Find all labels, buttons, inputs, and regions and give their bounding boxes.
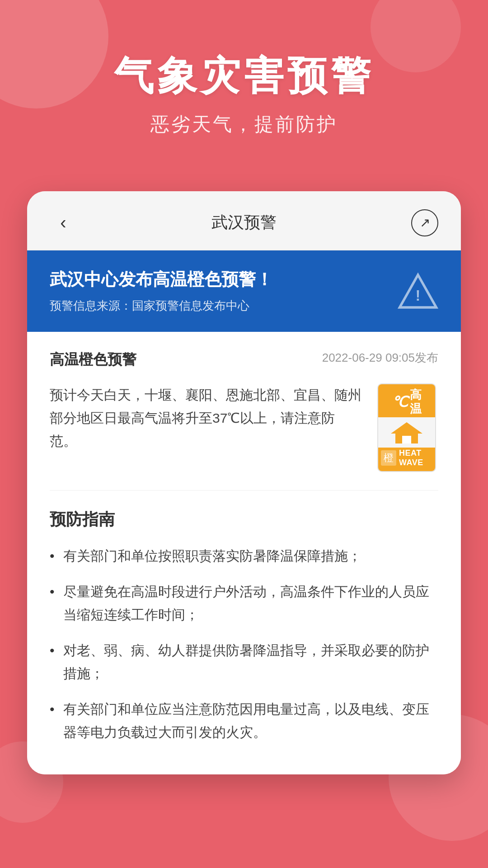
badge-inner: ℃ 高温 橙 HEAT WAVE [377,383,436,472]
card-body: 高温橙色预警 2022-06-29 09:05发布 预计今天白天，十堰、襄阳、恩… [27,332,461,774]
prevention-title: 预防指南 [50,509,438,531]
main-title: 气象灾害预警 [27,54,461,98]
alert-source: 预警信息来源：国家预警信息发布中心 [50,298,389,314]
card-header: ‹ 武汉预警 ↗ [27,191,461,250]
back-button[interactable]: ‹ [50,212,77,233]
alert-content-text: 预计今天白天，十堰、襄阳、恩施北部、宜昌、随州部分地区日最高气温将升至37℃以上… [50,383,361,453]
share-button[interactable]: ↗ [411,209,438,236]
svg-text:!: ! [416,288,421,304]
list-item: 有关部门和单位应当注意防范因用电量过高，以及电线、变压器等电力负载过大而引发的火… [50,698,438,744]
heat-wave-badge: ℃ 高温 橙 HEAT WAVE [375,383,438,472]
alert-banner-title: 武汉中心发布高温橙色预警！ [50,269,389,291]
card-nav-title: 武汉预警 [211,212,277,234]
alert-content-row: 预计今天白天，十堰、襄阳、恩施北部、宜昌、随州部分地区日最高气温将升至37℃以上… [50,383,438,490]
alert-banner: 武汉中心发布高温橙色预警！ 预警信息来源：国家预警信息发布中心 ! [27,250,461,332]
list-item: 有关部门和单位按照职责落实防暑降温保障措施； [50,544,438,567]
alert-banner-content: 武汉中心发布高温橙色预警！ 预警信息来源：国家预警信息发布中心 [50,269,389,314]
svg-rect-3 [402,436,411,443]
badge-house-row [378,417,435,448]
sub-title: 恶劣天气，提前防护 [27,112,461,137]
list-item: 尽量避免在高温时段进行户外活动，高温条件下作业的人员应当缩短连续工作时间； [50,580,438,626]
phone-card: ‹ 武汉预警 ↗ 武汉中心发布高温橙色预警！ 预警信息来源：国家预警信息发布中心… [27,191,461,774]
badge-orange-label: 橙 [381,450,396,466]
badge-celsius: ℃ [392,393,408,410]
alert-type: 高温橙色预警 [50,350,136,370]
alert-info-row: 高温橙色预警 2022-06-29 09:05发布 [50,350,438,370]
alert-triangle-icon: ! [398,271,438,311]
header-section: 气象灾害预警 恶劣天气，提前防护 [0,0,488,164]
badge-bottom-row: 橙 HEAT WAVE [378,448,435,471]
badge-heat-wave-label: HEAT WAVE [399,448,432,467]
alert-datetime: 2022-06-29 09:05发布 [322,350,438,366]
house-icon [389,420,425,445]
list-item: 对老、弱、病、幼人群提供防暑降温指导，并采取必要的防护措施； [50,639,438,685]
prevention-list: 有关部门和单位按照职责落实防暑降温保障措施； 尽量避免在高温时段进行户外活动，高… [50,544,438,744]
prevention-section: 预防指南 有关部门和单位按照职责落实防暑降温保障措施； 尽量避免在高温时段进行户… [50,491,438,744]
svg-marker-1 [391,422,422,434]
badge-label-cn: 高温 [410,388,422,416]
badge-top-row: ℃ 高温 [378,384,435,417]
